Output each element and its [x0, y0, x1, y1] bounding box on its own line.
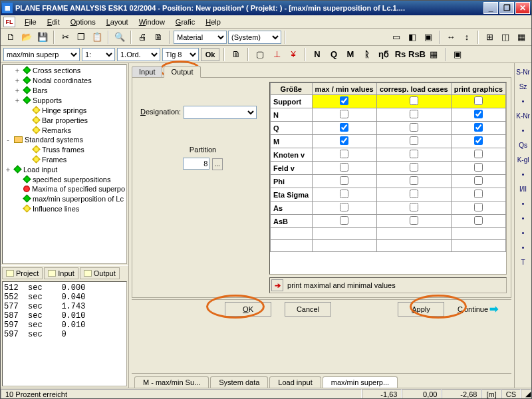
grid-cell[interactable] — [451, 240, 505, 252]
save-icon[interactable]: 💾 — [35, 30, 50, 45]
grid-icon[interactable]: ▦ — [426, 47, 441, 62]
grid-checkbox[interactable] — [410, 150, 418, 158]
bottom-tab[interactable]: M - max/min Su... — [134, 376, 209, 388]
tree-item[interactable]: Frames — [3, 154, 126, 164]
tree-item[interactable]: specified superpositions — [3, 174, 126, 184]
grid-cell[interactable] — [312, 240, 376, 252]
grid-cell[interactable] — [312, 188, 376, 201]
tool-g-icon[interactable]: ◫ — [498, 30, 513, 45]
menu-window[interactable]: Window — [134, 17, 170, 27]
grid-checkbox[interactable] — [474, 203, 483, 211]
proj-tab-input[interactable]: Input — [44, 267, 78, 279]
right-tool[interactable]: • — [515, 227, 531, 239]
grid-checkbox[interactable] — [340, 96, 348, 105]
tree-item[interactable]: Maxima of specified superpo — [3, 184, 126, 194]
grid-cell[interactable] — [376, 135, 451, 148]
right-tool[interactable]: • — [515, 95, 531, 107]
cancel-button[interactable]: Cancel — [285, 302, 331, 317]
menu-layout[interactable]: Layout — [101, 17, 134, 27]
grid-checkbox[interactable] — [340, 150, 348, 158]
scale-select[interactable]: 1: — [82, 48, 115, 61]
grid-cell[interactable] — [451, 95, 505, 108]
tree-item[interactable]: max/min superposition of Lc — [3, 194, 126, 203]
grid-checkbox[interactable] — [474, 190, 483, 198]
right-tool[interactable]: I/II — [515, 183, 531, 195]
right-tool[interactable]: • — [515, 198, 531, 209]
tlg-select[interactable]: Tlg 8 — [162, 48, 199, 61]
grid-cell[interactable] — [312, 175, 376, 188]
grid-cell[interactable] — [312, 148, 376, 162]
grid-cell[interactable] — [451, 228, 505, 240]
tool-h-icon[interactable]: ▦ — [514, 30, 529, 45]
grid-cell[interactable] — [451, 122, 505, 135]
superp-select[interactable]: max/min superp — [3, 48, 80, 61]
tool-f-icon[interactable]: ⊞ — [482, 30, 497, 45]
output-grid[interactable]: Größemax / min valuescorresp. load cases… — [270, 82, 506, 252]
grid-checkbox[interactable] — [474, 136, 483, 145]
tree-item[interactable]: Remarks — [3, 125, 126, 135]
system-select[interactable]: (System) — [228, 31, 281, 44]
letter-asb-icon[interactable]: RsB — [410, 47, 424, 62]
arrow-right-icon[interactable]: ➔ — [271, 279, 283, 291]
new-icon[interactable]: 🗋 — [3, 30, 18, 45]
grid-checkbox[interactable] — [474, 123, 483, 132]
grid-cell[interactable] — [312, 201, 376, 215]
right-tool[interactable]: K-gl — [515, 154, 531, 166]
proj-tab-output[interactable]: Output — [80, 267, 120, 279]
grid-cell[interactable] — [312, 122, 376, 135]
tree-item[interactable]: +Nodal coordinates — [3, 75, 126, 85]
preview-icon[interactable]: 🗎 — [151, 30, 166, 45]
grid-checkbox[interactable] — [410, 136, 418, 145]
grid-checkbox[interactable] — [474, 150, 483, 158]
right-tool[interactable]: • — [515, 212, 531, 224]
grid-cell[interactable] — [451, 215, 505, 228]
grid-checkbox[interactable] — [340, 176, 348, 185]
letter-q-icon[interactable]: Q — [327, 47, 341, 62]
grid-checkbox[interactable] — [410, 110, 418, 118]
grid-cell[interactable] — [451, 188, 505, 201]
project-tree[interactable]: +Cross sections+Nodal coordinates+Bars+S… — [2, 65, 127, 264]
grid-cell[interactable] — [376, 148, 451, 162]
grid-checkbox[interactable] — [340, 203, 348, 211]
grid-cell[interactable] — [451, 148, 505, 162]
grid-cell[interactable] — [376, 122, 451, 135]
grid-cell[interactable] — [376, 162, 451, 175]
grid-checkbox[interactable] — [474, 110, 483, 118]
menu-grafic[interactable]: Grafic — [170, 17, 200, 27]
grid-cell[interactable] — [451, 135, 505, 148]
grid-checkbox[interactable] — [474, 176, 483, 185]
grid-cell[interactable] — [312, 215, 376, 228]
grid-cell[interactable] — [451, 108, 505, 122]
tree-item[interactable]: Truss frames — [3, 144, 126, 154]
grid-cell[interactable] — [312, 95, 376, 108]
tool-a-icon[interactable]: ▭ — [389, 30, 404, 45]
right-tool[interactable]: • — [515, 124, 531, 136]
letter-eta-icon[interactable]: ηϭ — [376, 47, 391, 62]
paste-icon[interactable]: 📋 — [90, 30, 104, 45]
menu-help[interactable]: Help — [200, 17, 226, 27]
grid-cell[interactable] — [376, 95, 451, 108]
tab-output[interactable]: Output — [164, 66, 200, 78]
grid-cell[interactable] — [376, 228, 451, 240]
bottom-tab[interactable]: max/min superp... — [323, 376, 398, 388]
right-tool[interactable]: K-Nr — [515, 110, 531, 122]
tree-item[interactable]: -Standard systems — [3, 135, 126, 144]
grid-checkbox[interactable] — [410, 96, 418, 105]
grid-checkbox[interactable] — [410, 176, 418, 185]
material-select[interactable]: Material — [174, 31, 227, 44]
ok-small-button[interactable]: Ok — [201, 48, 219, 61]
continue-link[interactable]: Continue➡ — [458, 303, 498, 315]
letter-as-icon[interactable]: Rs — [393, 47, 408, 62]
open-icon[interactable]: 📂 — [19, 30, 34, 45]
menu-edit[interactable]: Edit — [42, 17, 65, 27]
bottom-tab[interactable]: System data — [210, 376, 268, 388]
right-tool[interactable]: S-Nr — [515, 66, 531, 78]
grid-cell[interactable] — [376, 240, 451, 252]
grid-cell[interactable] — [376, 108, 451, 122]
style-a-icon[interactable]: 🗎 — [229, 47, 243, 62]
grid-checkbox[interactable] — [410, 203, 418, 211]
print-icon[interactable]: 🖨 — [135, 30, 150, 45]
grid-checkbox[interactable] — [474, 96, 483, 105]
tree-item[interactable]: +Bars — [3, 85, 126, 95]
grid-cell[interactable] — [312, 108, 376, 122]
